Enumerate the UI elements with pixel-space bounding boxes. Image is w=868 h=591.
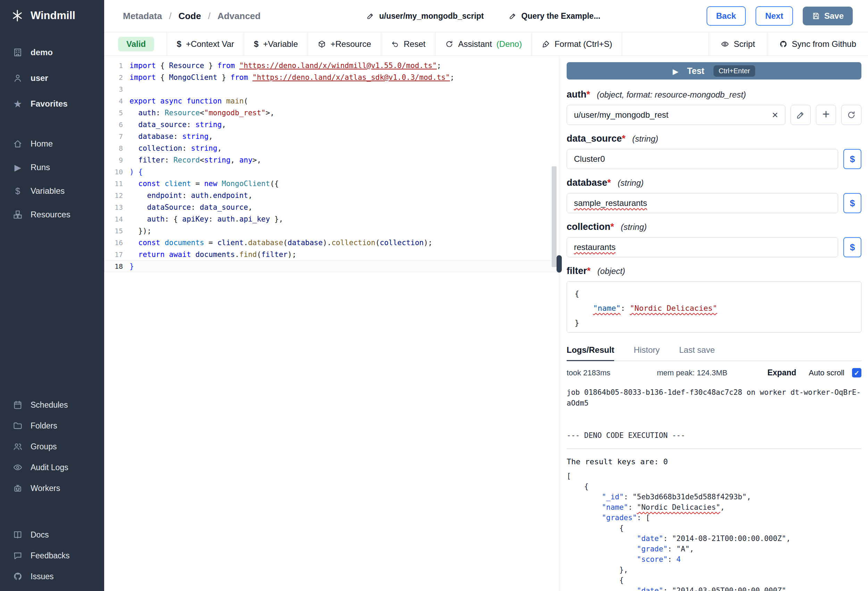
tab-history[interactable]: History bbox=[634, 345, 660, 361]
code-line-10[interactable]: 10) { bbox=[104, 166, 559, 178]
field-filter-type: (object) bbox=[598, 266, 625, 276]
save-button[interactable]: Save bbox=[803, 7, 853, 25]
pen-icon bbox=[542, 40, 550, 48]
pane-resize-handle[interactable] bbox=[557, 255, 562, 273]
code-line-4[interactable]: 4export async function main( bbox=[104, 95, 559, 107]
tab-last-save[interactable]: Last save bbox=[679, 345, 715, 361]
code-line-16[interactable]: 16 const documents = client.database(dat… bbox=[104, 237, 559, 249]
sidebar-item-label: Workers bbox=[31, 484, 60, 493]
autoscroll-checkbox[interactable]: ✓ bbox=[852, 368, 861, 377]
sidebar-item-label: Feedbacks bbox=[31, 551, 70, 560]
breadcrumb-metadata[interactable]: Metadata bbox=[123, 11, 162, 22]
editor-scrollbar[interactable] bbox=[552, 166, 557, 267]
sidebar-item-runs[interactable]: ▶Runs bbox=[0, 155, 104, 179]
code-line-6[interactable]: 6 data_source: string, bbox=[104, 119, 559, 130]
code-line-12[interactable]: 12 endpoint: auth.endpoint, bbox=[104, 190, 559, 201]
sidebar-item-groups[interactable]: Groups bbox=[0, 436, 104, 457]
dollar-icon: $ bbox=[254, 40, 258, 48]
code-line-11[interactable]: 11 const client = new MongoClient({ bbox=[104, 178, 559, 190]
sidebar-item-workers[interactable]: Workers bbox=[0, 478, 104, 499]
home-icon bbox=[12, 139, 24, 149]
sidebar-item-label: Schedules bbox=[31, 400, 68, 410]
pencil-icon bbox=[796, 111, 805, 120]
line-number: 12 bbox=[104, 190, 123, 201]
sidebar-item-variables[interactable]: $Variables bbox=[0, 179, 104, 203]
sidebar-item-home[interactable]: Home bbox=[0, 132, 104, 155]
toolbar-variable[interactable]: $+Variable bbox=[244, 32, 308, 56]
test-button[interactable]: ▶ Test Ctrl+Enter bbox=[567, 62, 861, 80]
code-line-1[interactable]: 1import { Resource } from "https://deno.… bbox=[104, 60, 559, 71]
breadcrumb-code[interactable]: Code bbox=[179, 11, 201, 22]
required-asterisk: * bbox=[622, 133, 626, 144]
code-line-15[interactable]: 15 }); bbox=[104, 225, 559, 237]
add-resource-button[interactable]: + bbox=[816, 105, 836, 125]
script-summary[interactable]: Query the Example... bbox=[509, 12, 601, 21]
data-source-variable-button[interactable]: $ bbox=[843, 149, 861, 169]
next-button[interactable]: Next bbox=[756, 6, 793, 26]
sidebar-item-audit-logs[interactable]: Audit Logs bbox=[0, 457, 104, 478]
database-input[interactable]: sample_restaurants bbox=[567, 193, 838, 213]
code-line-7[interactable]: 7 database: string, bbox=[104, 130, 559, 142]
auth-resource-input[interactable]: u/user/my_mongodb_rest × bbox=[567, 105, 785, 125]
toolbar-context-var[interactable]: $+Context Var bbox=[167, 32, 244, 56]
sidebar-item-favorites[interactable]: ★Favorites bbox=[0, 91, 104, 117]
result-json: [ { "_id": "5eb3d668b31de5d588f4293b", "… bbox=[567, 471, 861, 591]
mem-peak: mem peak: 124.3MB bbox=[657, 368, 767, 377]
toolbar-format-ctrl-s[interactable]: Format (Ctrl+S) bbox=[532, 32, 622, 56]
validation-status: Valid bbox=[104, 32, 167, 56]
toolbar-item-label: +Context Var bbox=[186, 39, 234, 49]
code-line-3[interactable]: 3 bbox=[104, 83, 559, 95]
line-number: 4 bbox=[104, 95, 123, 107]
line-number: 11 bbox=[104, 178, 123, 190]
sidebar-item-schedules[interactable]: Schedules bbox=[0, 394, 104, 415]
sidebar-item-feedbacks[interactable]: Feedbacks bbox=[0, 545, 104, 566]
script-path[interactable]: u/user/my_mongodb_script bbox=[367, 12, 484, 21]
sidebar-item-issues[interactable]: Issues bbox=[0, 566, 104, 587]
dollar-icon: $ bbox=[12, 187, 24, 195]
edit-resource-button[interactable] bbox=[791, 105, 811, 125]
result-line-2: { bbox=[567, 481, 861, 492]
code-line-9[interactable]: 9 filter: Record<string, any>, bbox=[104, 154, 559, 166]
expand-button[interactable]: Expand bbox=[767, 368, 796, 377]
play-icon: ▶ bbox=[673, 66, 678, 76]
collection-variable-button[interactable]: $ bbox=[843, 237, 861, 257]
back-button[interactable]: Back bbox=[707, 6, 746, 26]
sidebar-item-label: Favorites bbox=[31, 99, 68, 109]
clear-resource-icon[interactable]: × bbox=[772, 110, 778, 120]
code-line-8[interactable]: 8 collection: string, bbox=[104, 142, 559, 154]
filter-json-editor[interactable]: { "name": "Nordic Delicacies"} bbox=[567, 281, 861, 332]
sidebar-item-folders[interactable]: Folders bbox=[0, 415, 104, 436]
toolbar-sync-from-github[interactable]: Sync from Github bbox=[767, 32, 868, 56]
required-asterisk: * bbox=[610, 222, 614, 232]
app-logo[interactable]: Windmill bbox=[0, 0, 104, 31]
code-line-13[interactable]: 13 dataSource: data_source, bbox=[104, 201, 559, 213]
filter-line-3: } bbox=[574, 316, 853, 330]
sidebar-item-demo[interactable]: demo bbox=[0, 40, 104, 65]
refresh-resource-button[interactable] bbox=[841, 105, 861, 125]
refresh-icon bbox=[847, 111, 856, 120]
code-line-14[interactable]: 14 auth: { apiKey: auth.api_key }, bbox=[104, 213, 559, 225]
sidebar-item-resources[interactable]: Resources bbox=[0, 203, 104, 226]
tab-logs-result[interactable]: Logs/Result bbox=[567, 345, 614, 361]
refresh-icon bbox=[445, 40, 453, 48]
toolbar-script[interactable]: Script bbox=[709, 32, 767, 56]
sidebar-item-user[interactable]: user bbox=[0, 65, 104, 91]
sidebar-item-docs[interactable]: Docs bbox=[0, 525, 104, 545]
toolbar-assistant[interactable]: Assistant (Deno) bbox=[435, 32, 532, 56]
code-line-2[interactable]: 2import { MongoClient } from "https://de… bbox=[104, 71, 559, 83]
github-icon bbox=[779, 40, 787, 48]
toolbar-resource[interactable]: +Resource bbox=[308, 32, 381, 56]
code-line-18[interactable]: 18} bbox=[104, 260, 559, 272]
eye-icon bbox=[12, 462, 24, 472]
collection-input[interactable]: restaurants bbox=[567, 237, 838, 257]
code-line-17[interactable]: 17 return await documents.find(filter); bbox=[104, 249, 559, 260]
breadcrumb-advanced[interactable]: Advanced bbox=[217, 11, 260, 22]
data-source-input[interactable]: Cluster0 bbox=[567, 149, 838, 169]
required-asterisk: * bbox=[586, 89, 590, 100]
database-variable-button[interactable]: $ bbox=[843, 193, 861, 213]
code-editor-lines: 1import { Resource } from "https://deno.… bbox=[104, 60, 559, 272]
toolbar-reset[interactable]: Reset bbox=[381, 32, 436, 56]
code-line-5[interactable]: 5 auth: Resource<"mongodb_rest">, bbox=[104, 107, 559, 119]
code-editor[interactable]: 1import { Resource } from "https://deno.… bbox=[104, 56, 559, 591]
sidebar-item-label: Groups bbox=[31, 442, 57, 451]
